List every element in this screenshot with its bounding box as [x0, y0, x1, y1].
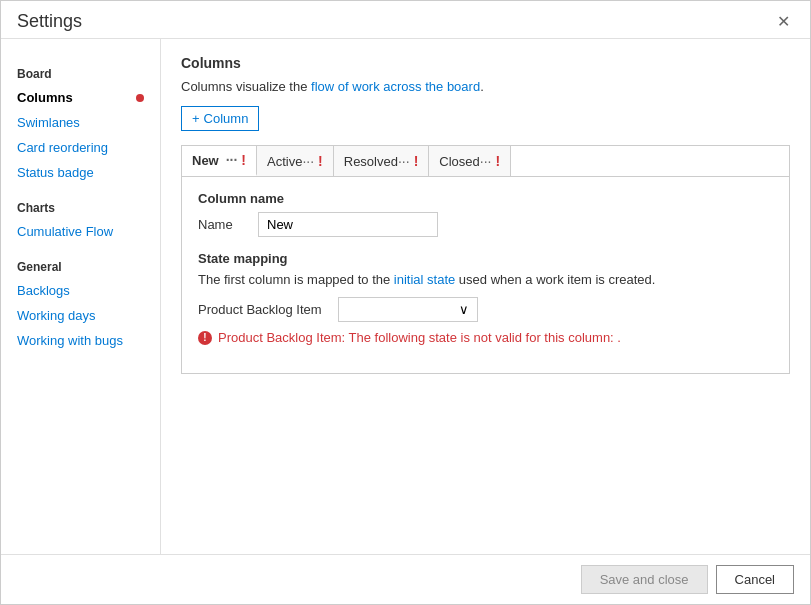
- column-tab-closed-icons: ··· !: [480, 153, 500, 169]
- column-name-section-title: Column name: [198, 191, 773, 206]
- sidebar-item-working-days-label: Working days: [17, 308, 96, 323]
- column-tab-closed-error-icon: !: [495, 153, 500, 169]
- sidebar-item-columns-label: Columns: [17, 90, 73, 105]
- column-name-input[interactable]: [258, 212, 438, 237]
- sidebar-item-working-days[interactable]: Working days: [1, 303, 160, 328]
- error-circle-icon: !: [198, 331, 212, 345]
- column-tab-resolved-label: Resolved: [344, 154, 398, 169]
- columns-tabs: New ··· ! Active ··· ! Resolved: [181, 145, 790, 176]
- add-column-label: Column: [204, 111, 249, 126]
- sidebar-section-board: Board: [1, 59, 160, 85]
- columns-error-indicator: [136, 94, 144, 102]
- state-mapping-title: State mapping: [198, 251, 773, 266]
- dialog-title: Settings: [17, 11, 82, 32]
- column-tab-active-error-icon: !: [318, 153, 323, 169]
- column-tab-resolved-error-icon: !: [414, 153, 419, 169]
- add-icon: +: [192, 111, 200, 126]
- section-title: Columns: [181, 55, 790, 71]
- dialog-titlebar: Settings ✕: [1, 1, 810, 39]
- column-tab-active-label: Active: [267, 154, 302, 169]
- product-backlog-row: Product Backlog Item ∨: [198, 297, 773, 322]
- name-label: Name: [198, 217, 248, 232]
- column-tab-closed-more-icon[interactable]: ···: [480, 153, 492, 169]
- sidebar: Board Columns Swimlanes Card reordering …: [1, 39, 161, 554]
- sidebar-section-charts: Charts: [1, 193, 160, 219]
- column-tab-new-more-icon[interactable]: ···: [226, 152, 238, 168]
- description-highlight: flow of work across the board: [311, 79, 480, 94]
- sidebar-item-status-badge-label: Status badge: [17, 165, 94, 180]
- column-name-form-row: Name: [198, 212, 773, 237]
- column-name-section: Column name Name: [198, 191, 773, 237]
- section-description: Columns visualize the flow of work acros…: [181, 79, 790, 94]
- product-backlog-select[interactable]: ∨: [338, 297, 478, 322]
- sidebar-item-status-badge[interactable]: Status badge: [1, 160, 160, 185]
- sidebar-item-card-reordering-label: Card reordering: [17, 140, 108, 155]
- error-message: Product Backlog Item: The following stat…: [218, 330, 621, 345]
- settings-dialog: Settings ✕ Board Columns Swimlanes Card …: [0, 0, 811, 605]
- column-tab-resolved[interactable]: Resolved ··· !: [334, 146, 430, 176]
- column-tab-active-more-icon[interactable]: ···: [302, 153, 314, 169]
- column-tab-active-icons: ··· !: [302, 153, 322, 169]
- initial-state-highlight: initial state: [394, 272, 455, 287]
- column-tab-closed[interactable]: Closed ··· !: [429, 146, 511, 176]
- sidebar-item-backlogs[interactable]: Backlogs: [1, 278, 160, 303]
- state-mapping-description: The first column is mapped to the initia…: [198, 272, 773, 287]
- sidebar-item-cumulative-flow[interactable]: Cumulative Flow: [1, 219, 160, 244]
- sidebar-item-swimlanes-label: Swimlanes: [17, 115, 80, 130]
- sidebar-item-columns[interactable]: Columns: [1, 85, 160, 110]
- close-button[interactable]: ✕: [773, 12, 794, 32]
- column-tab-new[interactable]: New ··· !: [182, 146, 257, 176]
- column-tab-new-error-icon: !: [241, 152, 246, 168]
- column-tab-closed-label: Closed: [439, 154, 479, 169]
- sidebar-item-working-with-bugs[interactable]: Working with bugs: [1, 328, 160, 353]
- error-row: ! Product Backlog Item: The following st…: [198, 330, 773, 345]
- sidebar-item-backlogs-label: Backlogs: [17, 283, 70, 298]
- column-tab-resolved-more-icon[interactable]: ···: [398, 153, 410, 169]
- column-tab-new-icons: ··· !: [226, 152, 246, 168]
- column-tab-resolved-icons: ··· !: [398, 153, 418, 169]
- column-tab-new-label: New: [192, 153, 219, 168]
- cancel-button[interactable]: Cancel: [716, 565, 794, 594]
- main-content: Columns Columns visualize the flow of wo…: [161, 39, 810, 554]
- product-backlog-label: Product Backlog Item: [198, 302, 328, 317]
- column-tab-active[interactable]: Active ··· !: [257, 146, 334, 176]
- dialog-footer: Save and close Cancel: [1, 554, 810, 604]
- sidebar-item-working-with-bugs-label: Working with bugs: [17, 333, 123, 348]
- dropdown-icon: ∨: [459, 302, 469, 317]
- sidebar-item-swimlanes[interactable]: Swimlanes: [1, 110, 160, 135]
- sidebar-item-card-reordering[interactable]: Card reordering: [1, 135, 160, 160]
- sidebar-item-cumulative-flow-label: Cumulative Flow: [17, 224, 113, 239]
- column-detail-panel: Column name Name State mapping The first…: [181, 176, 790, 374]
- add-column-button[interactable]: + Column: [181, 106, 259, 131]
- dialog-body: Board Columns Swimlanes Card reordering …: [1, 39, 810, 554]
- save-and-close-button[interactable]: Save and close: [581, 565, 708, 594]
- state-mapping-section: State mapping The first column is mapped…: [198, 251, 773, 345]
- sidebar-section-general: General: [1, 252, 160, 278]
